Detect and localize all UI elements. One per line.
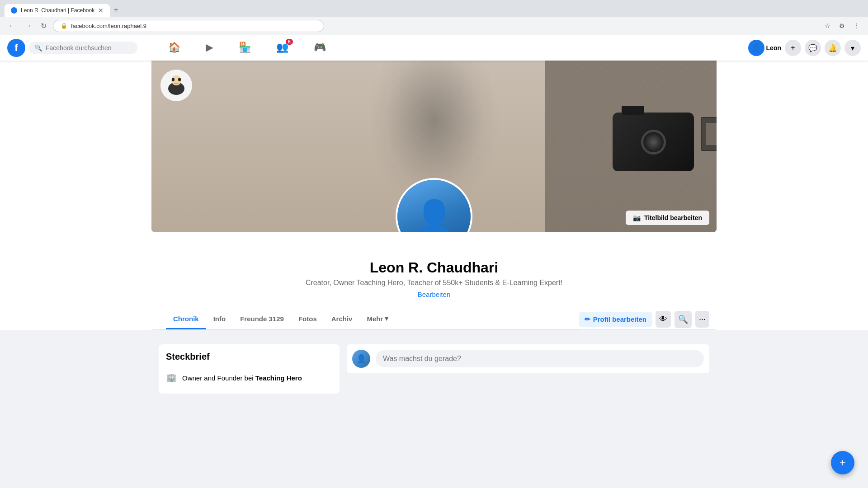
new-tab-button[interactable]: + — [110, 4, 122, 17]
info-label: Info — [213, 315, 226, 323]
tab-bar: Leon R. Chaudhari | Facebook ✕ + — [0, 0, 868, 17]
extension-icon[interactable]: ⚙ — [835, 19, 848, 32]
pencil-icon: ✏ — [585, 315, 590, 324]
gaming-icon: 🎮 — [314, 42, 326, 53]
camera-screen: 👤 — [701, 117, 717, 151]
more-dots-icon: ··· — [699, 314, 706, 324]
profile-tab-actions: ✏ Profil bearbeiten 👁 🔍 ··· — [579, 311, 709, 328]
account-menu-button[interactable]: ▾ — [844, 40, 861, 56]
camera-screen-content: 👤 — [702, 118, 717, 150]
search-icon: 🔍 — [34, 44, 42, 52]
view-activity-button[interactable]: 👁 — [656, 311, 671, 328]
tab-close-button[interactable]: ✕ — [98, 7, 104, 14]
camera-main — [613, 113, 694, 171]
archiv-label: Archiv — [331, 315, 353, 323]
profile-picture: 👤 — [396, 178, 472, 232]
tab-archiv[interactable]: Archiv — [324, 310, 360, 329]
edit-profile-label: Profil bearbeiten — [593, 315, 646, 323]
tab-chronik[interactable]: Chronik — [166, 310, 206, 329]
post-box: 👤 — [347, 344, 709, 373]
sumo-svg — [160, 70, 192, 101]
friends-label: Freunde — [240, 315, 267, 323]
profile-bio: Creator, Owner Teaching Hero, Teacher of… — [159, 279, 709, 287]
bio-edit-link[interactable]: Bearbeiten — [418, 291, 451, 298]
svg-point-3 — [172, 78, 175, 81]
profile-picture-wrapper: 👤 📷 — [396, 178, 472, 232]
svg-point-4 — [178, 78, 181, 81]
plus-icon: + — [791, 44, 795, 52]
search-profile-button[interactable]: 🔍 — [675, 311, 692, 328]
groups-badge: 6 — [286, 39, 293, 45]
post-input[interactable] — [376, 350, 704, 367]
camera-top — [622, 106, 644, 115]
video-icon: ▶ — [206, 42, 213, 53]
tab-title: Leon R. Chaudhari | Facebook — [21, 7, 94, 14]
star-icon[interactable]: ☆ — [821, 19, 834, 32]
post-input-row: 👤 — [352, 350, 704, 368]
nav-video[interactable]: ▶ — [193, 35, 226, 61]
floating-add-button[interactable]: + — [831, 451, 854, 474]
post-avatar-icon: 👤 — [356, 354, 366, 364]
tab-friends[interactable]: Freunde 3129 — [233, 310, 291, 329]
nav-marketplace[interactable]: 🏪 — [226, 35, 264, 61]
more-options-button[interactable]: ··· — [695, 311, 709, 328]
nav-user-profile[interactable]: 👤 Leon — [748, 40, 781, 56]
search-bar[interactable]: 🔍 — [29, 42, 137, 54]
edit-profile-button[interactable]: ✏ Profil bearbeiten — [579, 312, 652, 327]
search-profile-icon: 🔍 — [678, 314, 688, 324]
cover-photo: 👤 — [151, 61, 717, 232]
profile-info-section: Leon R. Chaudhari Creator, Owner Teachin… — [151, 232, 717, 330]
fab-plus-icon: + — [840, 456, 846, 469]
nav-avatar-icon: 👤 — [751, 43, 761, 53]
edit-cover-label: Titelbild bearbeiten — [644, 214, 702, 221]
forward-button[interactable]: → — [22, 20, 34, 32]
post-area: 👤 — [347, 344, 709, 394]
fb-logo-letter: f — [14, 42, 18, 54]
notifications-button[interactable]: 🔔 — [825, 40, 841, 56]
nav-gaming[interactable]: 🎮 — [301, 35, 339, 61]
steckbrief-work-text: Owner and Founder bei Teaching Hero — [182, 374, 302, 382]
camera-lens — [641, 130, 666, 155]
messenger-button[interactable]: 💬 — [805, 40, 821, 56]
menu-icon[interactable]: ⋮ — [850, 19, 863, 32]
nav-avatar: 👤 — [748, 40, 764, 56]
bell-icon: 🔔 — [828, 44, 837, 52]
work-icon: 🏢 — [166, 373, 177, 383]
tab-mehr[interactable]: Mehr ▾ — [359, 309, 396, 329]
steckbrief-item-work: 🏢 Owner and Founder bei Teaching Hero — [166, 369, 332, 386]
nav-home[interactable]: 🏠 — [156, 35, 193, 61]
screen-preview: 👤 — [706, 123, 717, 145]
steckbrief-card: Steckbrief 🏢 Owner and Founder bei Teach… — [159, 344, 340, 394]
mehr-label: Mehr — [367, 315, 383, 323]
nav-groups[interactable]: 👥 6 — [264, 35, 301, 61]
edit-cover-button[interactable]: 📷 Titelbild bearbeiten — [626, 211, 709, 225]
facebook-logo[interactable]: f — [7, 39, 25, 57]
browser-toolbar: ← → ↻ 🔒 facebook.com/leon.raphael.9 ☆ ⚙ … — [0, 17, 868, 35]
chronik-label: Chronik — [173, 315, 199, 323]
avatar-illustration: 👤 — [397, 180, 471, 232]
search-input[interactable] — [46, 44, 132, 52]
facebook-navbar: f 🔍 🏠 ▶ 🏪 👥 6 🎮 — [0, 35, 868, 61]
cover-right-area: 👤 — [545, 61, 717, 232]
nav-user-name[interactable]: Leon — [766, 44, 781, 52]
active-tab[interactable]: Leon R. Chaudhari | Facebook ✕ — [5, 4, 110, 17]
profile-container: 👤 — [151, 61, 717, 330]
tab-info[interactable]: Info — [206, 310, 233, 329]
eye-icon: 👁 — [659, 314, 667, 324]
home-icon: 🏠 — [168, 42, 180, 53]
post-avatar: 👤 — [352, 350, 370, 368]
sumo-icon — [160, 70, 192, 101]
lock-icon: 🔒 — [61, 23, 67, 29]
back-button[interactable]: ← — [5, 20, 18, 32]
address-bar[interactable]: 🔒 facebook.com/leon.raphael.9 — [53, 20, 324, 32]
camera-edit-icon: 📷 — [633, 214, 641, 221]
toolbar-icons: ☆ ⚙ ⋮ — [821, 19, 863, 32]
profile-tabs: Chronik Info Freunde 3129 Fotos Archiv — [159, 309, 579, 329]
refresh-button[interactable]: ↻ — [38, 20, 49, 32]
tab-favicon — [11, 7, 17, 14]
chevron-down-icon: ▾ — [851, 44, 854, 52]
messenger-icon: 💬 — [808, 44, 817, 52]
tab-fotos[interactable]: Fotos — [291, 310, 324, 329]
fotos-label: Fotos — [298, 315, 317, 323]
create-button[interactable]: + — [785, 40, 801, 56]
